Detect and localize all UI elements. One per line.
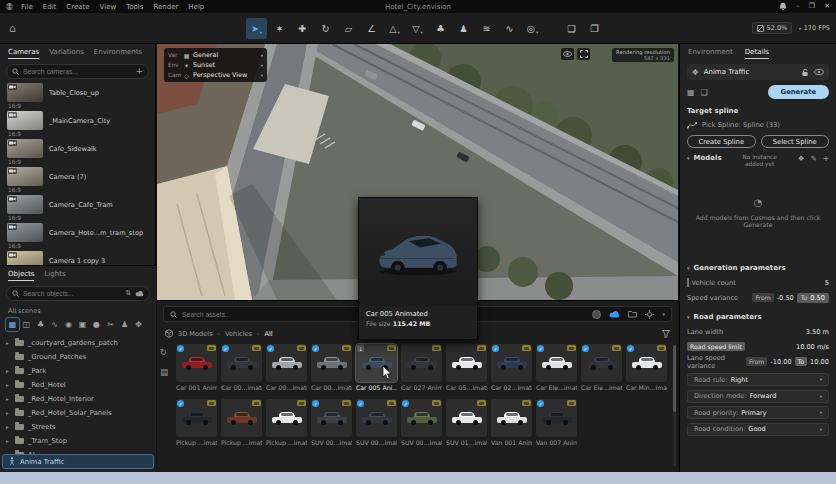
collapse-panel-icon[interactable]: ▾ — [662, 311, 665, 317]
expander-icon[interactable]: ▸ — [6, 438, 11, 444]
capture-tool[interactable]: ❏ ▾ — [561, 18, 582, 39]
expand-viewport-button[interactable] — [577, 48, 590, 60]
check-badge[interactable]: ✓ — [492, 345, 499, 352]
object-search-input[interactable] — [23, 290, 121, 297]
generate-button[interactable]: Generate — [768, 85, 829, 99]
expander-icon[interactable]: ▸ — [6, 340, 11, 346]
tree-item[interactable]: ▸ _Red_Hotel_Solar_Panels — [0, 406, 156, 420]
asset-card[interactable]: ✓ ↓ Car 05...imated ♡ — [446, 344, 487, 391]
parameter-dropdown[interactable]: Direction mode: Forward ▾ — [687, 390, 829, 403]
menu-item[interactable]: View — [100, 3, 117, 11]
filter-cameras-icon[interactable]: ▣ — [76, 318, 89, 331]
tree-item[interactable]: ▸ _courtyard_gardens_patch — [0, 336, 156, 350]
crowd-tool[interactable]: ♟ ▾ — [453, 18, 474, 39]
check-badge[interactable]: ✓ — [222, 345, 229, 352]
asset-card[interactable]: ✓ ↓ Car 00...imated ♡ — [266, 344, 307, 391]
tree-item[interactable]: ▸ _Tram_Stop — [0, 434, 156, 448]
select-tool[interactable]: ➤ ▾ — [246, 18, 267, 39]
expander-icon[interactable]: ▸ — [6, 382, 11, 388]
asset-card[interactable]: ✓ Pickup ...imated — [221, 399, 262, 446]
parameter-dropdown[interactable]: Road priority: Primary ▾ — [687, 406, 829, 419]
asset-card[interactable]: ✓ Van 001 Animated — [491, 399, 532, 446]
tab-details[interactable]: Details — [745, 48, 769, 59]
expander-icon[interactable]: ▸ — [6, 396, 11, 402]
menu-item[interactable]: Render — [153, 3, 178, 11]
collapse-caret-icon[interactable]: ▾ — [687, 314, 690, 320]
camera-search-input[interactable] — [23, 68, 131, 75]
pick-model-icon[interactable]: ❖ — [798, 154, 805, 163]
tab-lights[interactable]: Lights — [44, 270, 65, 281]
menu-item[interactable]: Help — [188, 3, 204, 11]
add-camera-button[interactable]: + — [135, 67, 143, 76]
layout-tool[interactable]: ❐ ▾ — [584, 18, 605, 39]
pick-spline-row[interactable]: Pick Spline: Spline (33) — [687, 118, 829, 131]
visibility-toggle-button[interactable] — [561, 48, 574, 60]
breadcrumb-item-current[interactable]: All — [264, 330, 272, 338]
filter-lights-icon[interactable]: ◉ — [62, 318, 75, 331]
lane-from-value[interactable]: -10.00 — [770, 358, 791, 366]
filter-all-icon[interactable]: ▦ — [6, 318, 19, 331]
viewport-overlay-row[interactable]: Cam ◇ Perspective View ▾ — [168, 70, 263, 80]
create-spline-button[interactable]: Create Spline — [687, 135, 756, 148]
check-badge[interactable]: ✓ — [582, 345, 589, 352]
select-spline-button[interactable]: Select Spline — [761, 135, 830, 148]
camera-list-item[interactable]: Camera (7) 16:9 — [0, 166, 155, 194]
asset-card[interactable]: ✓ Van 007 Animated — [536, 399, 577, 446]
filter-meshes-icon[interactable]: ◫ — [20, 318, 33, 331]
check-badge[interactable]: ✓ — [357, 400, 364, 407]
tree-item[interactable]: ▸ _Park — [0, 364, 156, 378]
add-model-icon[interactable]: + — [823, 154, 829, 163]
tree-item-selected[interactable]: Anima Traffic — [3, 455, 153, 468]
asset-card[interactable]: ✓ ↓ Car Ele...imated ♡ — [581, 344, 622, 391]
speed-to-field[interactable]: To 0.50 — [797, 293, 829, 303]
rotate-tool[interactable]: ↻ ▾ — [315, 18, 336, 39]
asset-card[interactable]: ✓ ↓ Car 00...imated ♡ — [221, 344, 262, 391]
expander-icon[interactable]: ▸ — [6, 368, 11, 374]
close-button[interactable]: ✕ — [824, 3, 830, 10]
measure-tool[interactable]: ∠ ▾ — [361, 18, 382, 39]
instance-grid-icon[interactable]: ▦ — [687, 88, 695, 97]
road-speed-value[interactable]: 10.00 m/s — [796, 343, 829, 351]
check-badge[interactable]: ✓ — [627, 345, 634, 352]
filter-funnel-icon[interactable] — [662, 330, 670, 338]
unlock-icon[interactable] — [801, 68, 809, 77]
move-tool[interactable]: ✚ ▾ — [292, 18, 313, 39]
lane-to-value[interactable]: 10.00 — [810, 358, 829, 366]
asset-card[interactable]: ✓ SUV 01...imated — [446, 399, 487, 446]
filter-tool[interactable]: ▽ ▾ — [407, 18, 428, 39]
sort-filter-icon[interactable]: ⇅ — [125, 290, 131, 297]
entity-row[interactable]: ✥ Anima Traffic — [687, 64, 829, 80]
tab-objects[interactable]: Objects — [8, 270, 34, 281]
camera-list-item[interactable]: Camera_Hote...m_tram_stop 16:9 — [0, 222, 155, 250]
camera-list-item[interactable]: _MainCamera_City 16:9 — [0, 110, 155, 138]
vehicle-count-value[interactable]: 5 — [825, 279, 829, 287]
collapse-caret-icon[interactable]: ▾ — [687, 155, 690, 161]
check-badge[interactable]: ✓ — [177, 400, 184, 407]
tab-environments[interactable]: Environments — [94, 48, 142, 59]
breadcrumb-item[interactable]: Vehicles — [225, 330, 252, 338]
parameter-dropdown[interactable]: Road rule: Right ▾ — [687, 373, 829, 386]
asset-card[interactable]: ✓ SUV 00...imated — [401, 399, 442, 446]
geometry-tool[interactable]: △ ▾ — [384, 18, 405, 39]
expander-icon[interactable]: ▸ — [6, 410, 11, 416]
viewport-overlay-row[interactable]: Env ☀ Sunset ▾ — [168, 60, 263, 70]
view-mode-icon[interactable]: ▤ — [160, 367, 168, 377]
tree-item[interactable]: ▸ _Red_Hotel_Interior — [0, 392, 156, 406]
filter-splines-icon[interactable]: ∿ — [48, 318, 61, 331]
asset-card[interactable]: ✓ ↓ Car Ele...imated ♡ — [536, 344, 577, 391]
viewport-overlay-row[interactable]: Var ▦ General ▾ — [168, 50, 263, 60]
tree-item[interactable]: ▸ _Streets — [0, 420, 156, 434]
visibility-icon[interactable] — [814, 69, 824, 75]
folder-icon[interactable] — [628, 310, 637, 318]
filter-effects-icon[interactable]: ✂ — [104, 318, 117, 331]
check-badge[interactable]: ✓ — [312, 345, 319, 352]
tree-item[interactable]: ▸ _Red_Hotel — [0, 378, 156, 392]
vegetation-tool[interactable]: ♣ ▾ — [430, 18, 451, 39]
check-badge[interactable]: ✓ — [177, 345, 184, 352]
menu-item[interactable]: Create — [66, 3, 89, 11]
speed-from-value[interactable]: -0.50 — [777, 294, 794, 302]
minimize-button[interactable]: – — [796, 3, 800, 10]
collapse-caret-icon[interactable]: ▾ — [687, 265, 690, 271]
tab-variations[interactable]: Variations — [49, 48, 84, 59]
check-badge[interactable]: ✓ — [402, 400, 409, 407]
